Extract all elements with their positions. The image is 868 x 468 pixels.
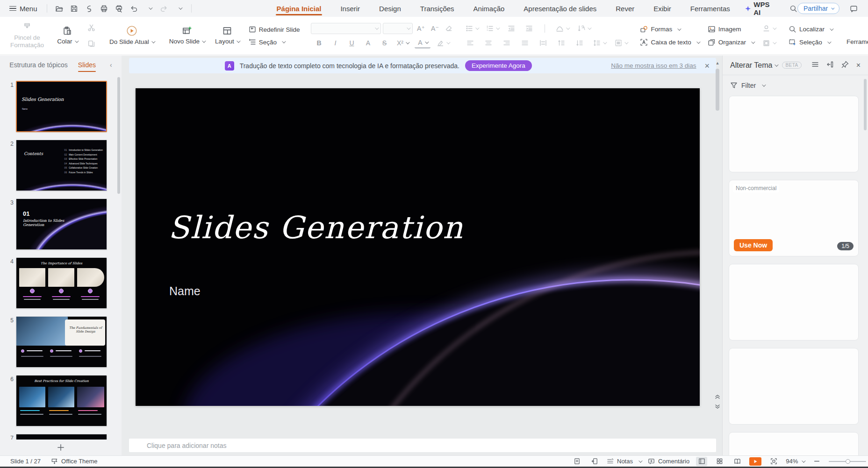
- picture-frame-button[interactable]: [760, 37, 777, 49]
- reading-view-button[interactable]: [732, 457, 743, 466]
- open-file-button[interactable]: [53, 2, 66, 14]
- add-slide-button[interactable]: [0, 440, 122, 455]
- print-button[interactable]: [98, 2, 111, 14]
- vertical-align-button[interactable]: [613, 37, 629, 49]
- tab-exibir[interactable]: Exibir: [653, 1, 672, 16]
- next-slide-button[interactable]: [714, 403, 721, 411]
- layout-button[interactable]: Layout: [212, 25, 242, 47]
- tab-inserir[interactable]: Inserir: [339, 1, 361, 16]
- filter-dropdown[interactable]: Filter: [723, 75, 868, 93]
- font-family-select[interactable]: [311, 23, 381, 34]
- tab-slides[interactable]: Slides: [78, 59, 96, 71]
- slide-title-text[interactable]: Slides Generation: [168, 210, 464, 246]
- align-center-button[interactable]: [482, 37, 495, 49]
- notes-input[interactable]: Clique para adicionar notas: [129, 439, 716, 452]
- wps-ai-button[interactable]: WPS AI: [745, 0, 772, 16]
- increase-font-button[interactable]: A⁺: [415, 23, 427, 34]
- line-spacing-down-button[interactable]: [574, 37, 586, 49]
- panel-dock-icon[interactable]: [826, 61, 834, 70]
- notes-toggle-button[interactable]: Notas: [607, 458, 641, 465]
- format-painter-button[interactable]: Pincel de Formatação: [5, 21, 50, 50]
- sidebar-scrollbar[interactable]: [117, 77, 120, 194]
- comment-panel-button[interactable]: [847, 2, 860, 14]
- theme-selector[interactable]: Office Theme: [51, 458, 98, 465]
- slide-thumbnail-7[interactable]: [16, 434, 107, 440]
- slide-thumbnail-4[interactable]: The Importance of Slides: [16, 257, 107, 309]
- pin-icon[interactable]: [841, 61, 849, 70]
- arrange-button[interactable]: Organizar: [706, 37, 756, 47]
- search-button[interactable]: [789, 2, 797, 14]
- dont-show-link[interactable]: Não me mostra isso em 3 dias: [611, 62, 696, 69]
- scroll-up-button[interactable]: ▲: [714, 59, 721, 67]
- clear-format-button[interactable]: [443, 23, 455, 34]
- align-left-button[interactable]: [464, 37, 476, 49]
- tab-outline[interactable]: Estrutura de tópicos: [9, 59, 68, 71]
- numbered-list-button[interactable]: [485, 23, 500, 34]
- quick-access-dropdown[interactable]: [172, 2, 186, 14]
- panel-menu-icon[interactable]: [811, 61, 819, 70]
- normal-view-button[interactable]: [696, 457, 707, 466]
- reset-slide-button[interactable]: Redefinir Slide: [247, 25, 302, 34]
- align-right-button[interactable]: [501, 37, 513, 49]
- font-size-select[interactable]: [383, 23, 413, 34]
- panel-close-icon[interactable]: ×: [856, 61, 861, 70]
- zoom-slider[interactable]: [829, 461, 866, 462]
- bullet-list-button[interactable]: [464, 23, 479, 34]
- print-preview-button[interactable]: [113, 2, 126, 14]
- zoom-value[interactable]: 94%: [786, 458, 798, 465]
- banner-close-icon[interactable]: ×: [704, 62, 710, 70]
- zoom-slider-handle[interactable]: [846, 459, 850, 464]
- scrollbar-thumb[interactable]: [716, 69, 719, 111]
- undo-button[interactable]: [128, 2, 141, 14]
- cut-button[interactable]: [85, 22, 97, 34]
- cast-device-button[interactable]: [589, 457, 600, 466]
- theme-card-4[interactable]: [729, 348, 859, 425]
- slide-thumbnail-3[interactable]: 01 Introduction to Slides Generation: [16, 199, 107, 250]
- main-menu-button[interactable]: Menu: [6, 3, 41, 14]
- theme-panel-title-dropdown[interactable]: Alterar Tema: [730, 61, 777, 70]
- share-button[interactable]: Partilhar: [797, 3, 839, 14]
- text-direction-button[interactable]: [554, 23, 570, 34]
- image-button[interactable]: Imagem: [706, 24, 756, 34]
- quick-style-button[interactable]: [760, 23, 777, 34]
- slideshow-play-button[interactable]: [749, 457, 761, 466]
- shapes-button[interactable]: Formas: [638, 24, 701, 34]
- tab-pagina-inicial[interactable]: Página Inicial: [276, 1, 323, 16]
- slide-thumbnail-6[interactable]: Best Practices for Slide Creation: [16, 375, 107, 426]
- theme-card-2[interactable]: Non-commercial Use Now 1/5: [729, 180, 859, 256]
- copy-button[interactable]: [85, 38, 97, 50]
- slide-thumbnail-1[interactable]: Slides Generation Name: [16, 81, 107, 132]
- export-button[interactable]: [83, 2, 96, 14]
- previous-slide-button[interactable]: [714, 393, 721, 400]
- selection-button[interactable]: Seleção: [787, 37, 834, 47]
- italic-button[interactable]: I: [329, 37, 341, 49]
- text-orientation-button[interactable]: [576, 23, 592, 34]
- try-now-button[interactable]: Experimente Agora: [465, 60, 532, 71]
- tab-rever[interactable]: Rever: [615, 1, 635, 16]
- decrease-indent-button[interactable]: [505, 23, 517, 34]
- char-border-button[interactable]: A: [362, 37, 374, 49]
- highlight-button[interactable]: [435, 37, 451, 49]
- slide-thumbnail-2[interactable]: Contents 01Introduction to Slides Genera…: [16, 140, 107, 191]
- save-button[interactable]: [68, 2, 81, 14]
- tab-transicoes[interactable]: Transições: [419, 1, 455, 16]
- chevron-down-icon[interactable]: [802, 459, 805, 462]
- theme-panel-scrollbar[interactable]: [864, 79, 867, 130]
- slide-canvas[interactable]: Slides Generation Name: [136, 88, 700, 406]
- section-button[interactable]: Seção: [247, 37, 302, 47]
- decrease-font-button[interactable]: A⁻: [429, 23, 441, 34]
- task-pane-button[interactable]: [571, 457, 582, 466]
- slide-thumbnail-5[interactable]: The Fundamentals of Slide Design: [16, 316, 107, 368]
- redo-button[interactable]: [158, 2, 171, 14]
- theme-card-5[interactable]: [729, 432, 859, 455]
- tab-apresentacao[interactable]: Apresentação de slides: [523, 1, 597, 16]
- use-now-button[interactable]: Use Now: [734, 239, 773, 251]
- superscript-button[interactable]: X²: [395, 37, 410, 49]
- strikethrough-button[interactable]: S: [378, 37, 390, 49]
- student-tools-button[interactable]: Ferramentas para estudantes: [844, 24, 868, 47]
- slide-subtitle-text[interactable]: Name: [169, 284, 201, 298]
- undo-dropdown[interactable]: [143, 2, 156, 14]
- font-color-button[interactable]: A: [415, 37, 430, 49]
- textbox-button[interactable]: Caixa de texto: [638, 37, 701, 47]
- line-spacing-up-button[interactable]: [555, 37, 567, 49]
